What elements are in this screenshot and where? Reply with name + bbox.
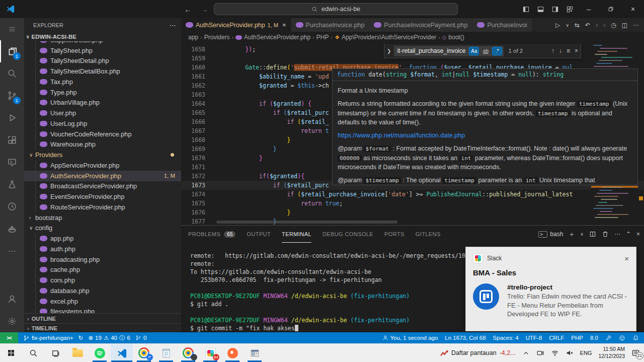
panel-tab-terminal[interactable]: TERMINAL	[282, 226, 311, 243]
file-item[interactable]: Warehouse.php	[24, 139, 181, 150]
activity-extensions[interactable]	[0, 129, 24, 151]
language-mode[interactable]: PHP	[571, 335, 583, 341]
tab-purchaseinvoi[interactable]: PurchaseInvoi	[472, 18, 532, 32]
folder-item[interactable]: ›bootstrap	[24, 212, 181, 223]
file-item[interactable]: SupplierDetail.php	[24, 41, 181, 45]
file-item[interactable]: Tax.php	[24, 77, 181, 87]
tools-button[interactable]	[605, 335, 612, 341]
taskbar-chrome-profile-2[interactable]	[177, 344, 199, 362]
timeline-section[interactable]: › TIMELINE	[24, 323, 181, 332]
sync-changes-icon[interactable]: ⇆	[575, 22, 580, 29]
file-item[interactable]: broadcasting.php	[24, 254, 181, 265]
breadcrumb-item[interactable]: ◇boot()	[442, 34, 464, 41]
activity-run-debug[interactable]	[0, 107, 24, 129]
blame-annotation[interactable]: You, 1 second ago	[382, 335, 438, 341]
panel-tab-gitlens[interactable]: GITLENS	[416, 226, 441, 243]
activity-settings[interactable]	[0, 310, 24, 332]
tray-expand-icon[interactable]	[522, 349, 530, 357]
language-indicator[interactable]: ENG	[580, 350, 592, 356]
file-item[interactable]: auth.php	[24, 244, 181, 254]
tab-purchaseinvoicepayment-php[interactable]: PurchaseInvoicePayment.php	[369, 18, 472, 32]
run-dropdown-icon[interactable]: ∨	[566, 23, 569, 28]
taskbar-chrome-profile-1[interactable]: P	[133, 344, 155, 362]
activity-remote-explorer[interactable]	[0, 151, 24, 173]
explorer-more-actions-icon[interactable]: ⋯	[169, 21, 176, 29]
folder-item[interactable]: ∨Providers	[24, 150, 181, 160]
file-history-icon[interactable]: ◷	[611, 22, 616, 29]
open-change-icon[interactable]: ↶	[585, 22, 590, 29]
sync-changes-button[interactable]: ↻	[78, 334, 84, 341]
pending-changes[interactable]: 0	[135, 335, 146, 341]
feedback-button[interactable]	[619, 335, 625, 341]
clock[interactable]: 11:50 AM12/12/2023	[598, 346, 625, 359]
maximize-panel-icon[interactable]: ⌃	[626, 231, 631, 238]
taskbar-notepad[interactable]	[155, 344, 177, 362]
file-item[interactable]: BroadcastServiceProvider.php	[24, 181, 181, 192]
activity-testing[interactable]	[0, 173, 24, 195]
activity-source-control[interactable]: 1	[0, 85, 24, 107]
more-actions-icon[interactable]: ⋯	[614, 231, 620, 238]
code-editor[interactable]: 1658 });16591660 Gate::define('submit-re…	[181, 43, 644, 225]
split-editor-icon[interactable]: ◫	[622, 22, 627, 29]
notification-center[interactable]: 21	[631, 349, 640, 357]
file-item[interactable]: AppServiceProvider.php	[24, 160, 181, 171]
find-expand-icon[interactable]: ❯	[387, 48, 391, 54]
indentation-setting[interactable]: Spaces: 4	[493, 335, 519, 341]
customize-layout-icon[interactable]	[566, 6, 574, 13]
file-item[interactable]: TallySheet.php	[24, 45, 181, 56]
window-search-input[interactable]: edwin-acsi-be	[214, 3, 458, 15]
eol-setting[interactable]: CRLF	[549, 335, 564, 341]
horizontal-scrollbar[interactable]	[216, 221, 397, 224]
taskbar-spotify[interactable]	[89, 344, 111, 362]
file-item[interactable]: cache.php	[24, 265, 181, 275]
slack-notification-toast[interactable]: Slack × BMA - Sales #trello-project Trel…	[465, 247, 636, 331]
php-manual-link[interactable]: https://www.php.net/manual/function.date…	[338, 132, 465, 139]
panel-tab-problems[interactable]: PROBLEMS65	[188, 226, 235, 243]
prev-change-icon[interactable]: ‹	[596, 22, 598, 29]
taskbar-search[interactable]	[22, 344, 44, 362]
stock-chart-icon[interactable]	[440, 349, 448, 357]
taskbar-app-window[interactable]	[244, 344, 266, 362]
regex-toggle[interactable]: .*	[492, 47, 502, 55]
next-match-icon[interactable]: ↓	[559, 47, 562, 54]
remote-indicator[interactable]: ><	[0, 332, 18, 343]
breadcrumb-item[interactable]: app	[188, 34, 198, 41]
more-actions-icon[interactable]: ⋯	[633, 22, 639, 29]
file-item[interactable]: excel.php	[24, 296, 181, 307]
file-item[interactable]: UserLog.php	[24, 118, 181, 129]
restore-icon[interactable]	[600, 0, 622, 18]
close-icon[interactable]: ×	[622, 0, 644, 18]
cursor-position[interactable]: Ln 1673, Col 68	[445, 335, 486, 341]
meet-now-icon[interactable]	[536, 349, 544, 357]
file-item[interactable]: database.php	[24, 285, 181, 296]
activity-menu[interactable]	[0, 18, 24, 40]
toast-close-icon[interactable]: ×	[624, 254, 629, 263]
breadcrumb-item[interactable]: Providers	[204, 34, 230, 41]
volume-muted-icon[interactable]	[566, 349, 574, 357]
taskbar-file-explorer[interactable]	[66, 344, 89, 362]
file-item[interactable]: app.php	[24, 233, 181, 244]
project-root[interactable]: ∨ EDWIN-ACSI-BE	[24, 32, 181, 41]
problems-summary[interactable]: ⊗19⚠40ⓘ6	[88, 334, 130, 342]
file-item[interactable]: AuthServiceProvider.php1, M	[24, 171, 181, 181]
toggle-sidebar-icon[interactable]	[522, 6, 530, 13]
split-terminal-icon[interactable]	[589, 231, 596, 238]
file-item[interactable]: TallySheetDetail.php	[24, 56, 181, 66]
activity-account[interactable]	[0, 288, 24, 310]
back-arrow-icon[interactable]: ←	[184, 5, 192, 14]
outline-section[interactable]: › OUTLINE	[24, 313, 181, 323]
file-item[interactable]: VoucherCodeReference.php	[24, 129, 181, 139]
file-item[interactable]: Type.php	[24, 87, 181, 98]
panel-tab-debug-console[interactable]: DEBUG CONSOLE	[323, 226, 373, 243]
file-item[interactable]: cors.php	[24, 275, 181, 285]
find-input[interactable]: it-retail_purchase_invoice Aa ab .*	[394, 46, 504, 56]
branch-indicator[interactable]: fix-perhitungan+	[23, 335, 73, 341]
breadcrumb-item[interactable]: ❖App\Providers\AuthServiceProvider	[335, 34, 436, 41]
taskbar-start[interactable]	[0, 344, 22, 362]
toggle-panel-icon[interactable]	[537, 6, 544, 13]
terminal-shell-selector[interactable]: >_bash	[538, 231, 563, 238]
taskbar-vscode[interactable]	[111, 344, 133, 362]
file-item[interactable]: TallySheetDetailBox.php	[24, 66, 181, 77]
activity-more[interactable]: ⋯	[0, 240, 24, 262]
breadcrumb-item[interactable]: PHP	[316, 34, 329, 41]
